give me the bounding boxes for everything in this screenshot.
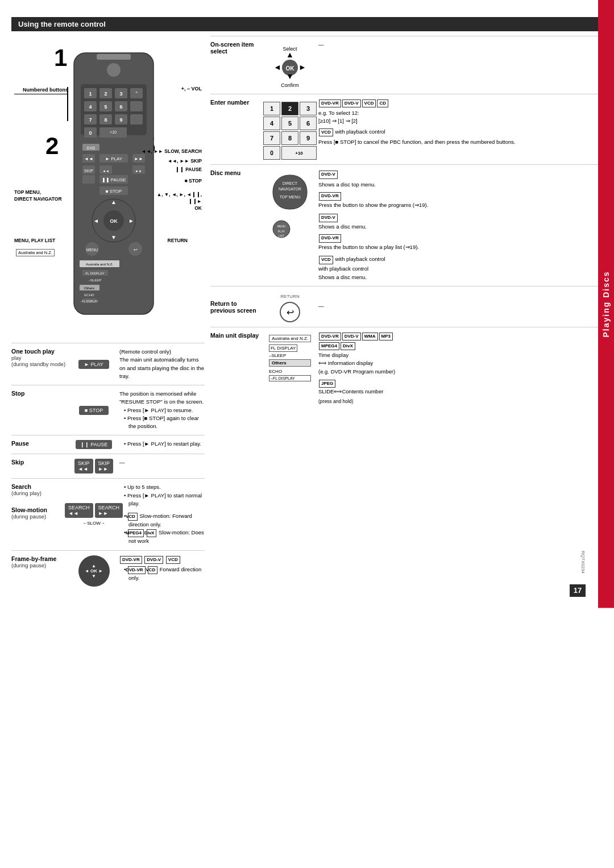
svg-rect-1 — [97, 54, 131, 60]
one-touch-play-desc: (Remote control only) The main unit auto… — [119, 348, 205, 380]
label-stop: ■ STOP — [185, 178, 202, 184]
skip-label: Skip — [11, 459, 68, 474]
stop-icon: ■ STOP — [74, 390, 114, 430]
playing-discs-sidebar: Playing Discs — [598, 0, 614, 608]
on-screen-label: On-screen item select — [210, 41, 262, 55]
svg-text:▲: ▲ — [286, 50, 294, 59]
num-cell-8: 8 — [281, 131, 298, 145]
svg-text:4: 4 — [89, 104, 92, 110]
pause-icon: ❙❙ PAUSE — [74, 440, 114, 449]
num-cell-7: 7 — [263, 131, 280, 145]
stop-label: Stop — [11, 390, 68, 430]
others-label: Others — [269, 359, 311, 367]
return-prev-desc: — — [318, 302, 603, 310]
disc-menu-desc: DVD-V Shows a disc top menu. DVD-VR Pres… — [318, 169, 603, 281]
num-cell-4: 4 — [263, 117, 280, 130]
svg-text:▲: ▲ — [111, 199, 117, 205]
section-header-title: Using the remote control — [18, 20, 106, 28]
svg-text:DVD: DVD — [87, 146, 96, 150]
on-screen-icon: Select ▲ ◄ OK ► ▼ Confirm — [267, 41, 313, 89]
return-button-icon: ↩ — [280, 302, 300, 322]
search-label: Search (during play) Slow-motion (during… — [11, 483, 68, 545]
svg-text:►►: ►► — [134, 156, 143, 161]
disc-menu-label: Disc menu — [210, 169, 262, 176]
svg-text:5: 5 — [104, 104, 107, 110]
region-label: Australia and N.Z. — [269, 335, 311, 342]
on-screen-desc: — — [318, 41, 603, 49]
svg-text:TOP MENU: TOP MENU — [280, 195, 301, 199]
frame-circle-icon: ▲◄ OK ►▼ — [78, 555, 110, 587]
disc-menu-section: Disc menu DIRECT NAVIGATOR TOP MENU MENU… — [210, 164, 603, 286]
label-menu-play: MENU, PLAY LIST — [14, 238, 55, 243]
num-cell-0: 0 — [263, 146, 280, 160]
svg-point-2 — [107, 63, 121, 77]
svg-text:◄: ◄ — [273, 63, 281, 72]
label-pause: ❙❙ PAUSE — [175, 167, 202, 172]
one-touch-play-section: One touch play play (during standby mode… — [11, 343, 205, 385]
remote-svg: 1 2 3 + 4 5 6 7 8 9 0 +10 DVD — [68, 47, 159, 320]
label-return: RETURN — [168, 238, 188, 243]
search-back-button: SEARCH◄◄ — [65, 503, 93, 518]
num-cell-3: 3 — [300, 102, 317, 115]
on-screen-section: On-screen item select Select ▲ ◄ OK ► ▼ … — [210, 36, 603, 94]
svg-text:►: ► — [128, 218, 134, 224]
skip-desc: — — [119, 459, 205, 474]
label-top-menu: TOP MENU, DIRECT NAVIGATOR — [14, 189, 62, 203]
svg-text:DIRECT: DIRECT — [283, 181, 298, 185]
label-slow-search: ◄◄, ►► SLOW, SEARCH — [136, 148, 202, 154]
svg-text:OK: OK — [110, 218, 118, 224]
search-section: Search (during play) Slow-motion (during… — [11, 478, 205, 550]
svg-rect-15 — [130, 114, 143, 124]
svg-text:►►: ►► — [135, 169, 142, 173]
label-numbered-buttons: Numbered buttons — [14, 87, 68, 94]
section-header: Using the remote control — [11, 17, 603, 31]
svg-text:ECHO: ECHO — [84, 293, 94, 297]
svg-text:◄◄: ◄◄ — [84, 156, 93, 161]
label-vol: +, – VOL — [181, 86, 202, 92]
skip-icon: SKIP◄◄ SKIP►► — [74, 459, 114, 474]
svg-text:1: 1 — [89, 91, 92, 97]
svg-text:7: 7 — [89, 117, 92, 123]
return-prev-icon: RETURN ↩ — [267, 291, 313, 322]
svg-text:Australia and N.Z.: Australia and N.Z. — [86, 263, 113, 266]
stop-desc: The position is memorised while "RESUME … — [119, 390, 205, 430]
fig-num-2: 2 — [45, 132, 59, 160]
search-icon-area: SEARCH◄◄ SEARCH►► ←SLOW→ — [74, 483, 114, 545]
number-grid: 1 2 3 4 5 6 7 8 9 0 +10 — [263, 102, 317, 160]
skip-back-button: SKIP◄◄ — [74, 459, 93, 474]
svg-text:◄: ◄ — [93, 218, 99, 224]
pause-button-icon: ❙❙ PAUSE — [76, 440, 112, 449]
num-cell-5: 5 — [281, 117, 298, 130]
skip-fwd-button: SKIP►► — [95, 459, 114, 474]
one-touch-play-icon: ► PLAY — [74, 348, 114, 380]
return-prev-section: Return to previous screen RETURN ↩ — — [210, 286, 603, 327]
svg-text:↩: ↩ — [134, 247, 138, 252]
left-column: 1 2 5 — [11, 36, 205, 591]
svg-rect-11 — [130, 101, 143, 111]
svg-text:MENU: MENU — [86, 248, 98, 252]
svg-text:►: ► — [298, 63, 306, 72]
svg-text:LIST: LIST — [279, 234, 285, 238]
svg-rect-39 — [82, 175, 95, 184]
svg-text:+10: +10 — [110, 130, 117, 134]
svg-text:9: 9 — [119, 117, 122, 123]
svg-text:6: 6 — [119, 104, 122, 110]
doc-id: RQTX0234 — [580, 551, 586, 574]
direct-nav-icon: DIRECT NAVIGATOR TOP MENU MENU PLAY LIST — [270, 172, 310, 246]
svg-text:NAVIGATOR: NAVIGATOR — [279, 187, 301, 191]
num-cell-9: 9 — [300, 131, 317, 145]
svg-text:■ STOP: ■ STOP — [106, 189, 122, 194]
svg-text:► PLAY: ► PLAY — [105, 156, 123, 161]
stop-button-icon: ■ STOP — [79, 406, 109, 415]
feature-rows: One touch play play (during standby mode… — [11, 343, 205, 591]
svg-text:PLAY: PLAY — [278, 230, 285, 233]
svg-text:3: 3 — [119, 91, 122, 97]
main-unit-display-section: Main unit display Australia and N.Z. FL … — [210, 327, 603, 410]
svg-text:MENU: MENU — [277, 225, 286, 228]
svg-text:❚❚ PAUSE: ❚❚ PAUSE — [102, 177, 126, 182]
enter-number-icon: 1 2 3 4 5 6 7 8 9 0 +10 — [267, 99, 313, 160]
frame-by-frame-section: Frame-by-frame (during pause) ▲◄ OK ►▼ D… — [11, 550, 205, 591]
svg-text:▼: ▼ — [111, 234, 117, 240]
svg-text:8: 8 — [104, 117, 107, 123]
search-desc: Up to 5 steps. Press [► PLAY] to start n… — [119, 483, 205, 545]
